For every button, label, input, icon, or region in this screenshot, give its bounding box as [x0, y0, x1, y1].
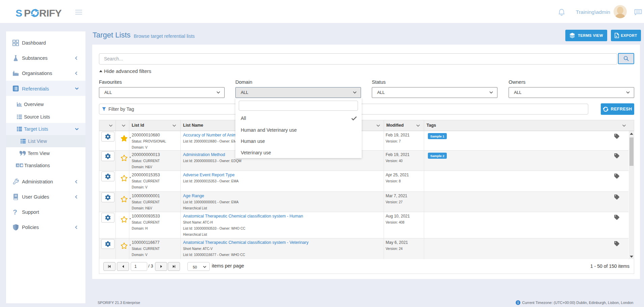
svg-text:x: x [616, 35, 618, 38]
svg-text:A: A [17, 164, 19, 167]
svg-text:S: S [16, 7, 23, 19]
svg-text:✱: ✱ [21, 164, 23, 167]
svg-text:RIFY: RIFY [39, 7, 62, 19]
svg-text:P: P [24, 7, 31, 19]
